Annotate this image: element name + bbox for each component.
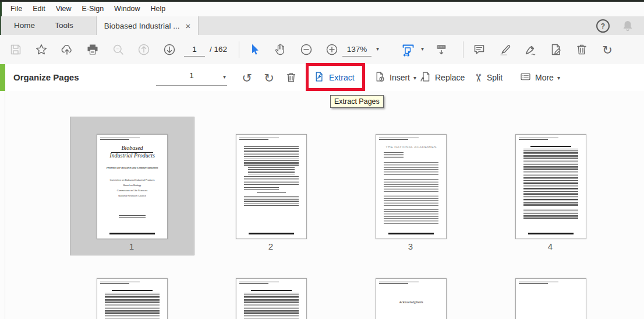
thumb-text-block	[105, 293, 160, 319]
star-icon[interactable]	[31, 39, 52, 60]
thumb-text: Committee on Biobased Industrial Product…	[97, 179, 167, 181]
rotate-ccw-icon: ↺	[242, 72, 252, 84]
thumbnail-page-5[interactable]	[97, 278, 168, 319]
thumbnail-page-7[interactable]: Acknowledgments	[376, 278, 447, 319]
page-header-line	[100, 138, 140, 138]
zoom-level-input[interactable]: 137%	[342, 43, 371, 57]
thumbnail-page-1[interactable]: BiobasedIndustrial ProductsPriorities fo…	[97, 134, 168, 239]
page-up-icon[interactable]	[133, 39, 154, 60]
thumb-text: National Research Council	[97, 195, 167, 197]
menu-item-edit[interactable]: Edit	[27, 2, 51, 16]
sign-icon[interactable]	[520, 39, 541, 60]
chevron-down-icon[interactable]: ▾	[421, 45, 424, 52]
delete-icon[interactable]	[571, 39, 592, 60]
thumbnail-page-3[interactable]: THE NATIONAL ACADEMIES	[376, 134, 447, 239]
menu-item-help[interactable]: Help	[146, 2, 171, 16]
thumb-text-block	[244, 176, 299, 185]
thumbnail-page-8[interactable]	[515, 278, 586, 319]
page-header-line	[519, 282, 558, 282]
rotate-cw-icon: ↻	[264, 72, 274, 84]
insert-label: Insert	[390, 73, 410, 82]
page-header-line	[519, 283, 548, 284]
zoom-in-icon[interactable]	[321, 39, 342, 60]
tab-document[interactable]: Biobased Industrial ... ×	[96, 16, 199, 36]
content-left-edge	[5, 91, 5, 319]
refresh-icon[interactable]: ↻	[597, 39, 618, 60]
page-header-line	[239, 282, 279, 282]
comment-icon[interactable]	[469, 39, 490, 60]
page-header-line	[379, 138, 419, 138]
print-icon[interactable]	[82, 39, 103, 60]
split-label: Split	[487, 73, 503, 82]
close-icon[interactable]: ×	[186, 22, 191, 30]
menu-item-file[interactable]: File	[5, 2, 27, 16]
page-header-line	[379, 282, 419, 282]
thumb-text-block	[244, 204, 299, 207]
cloud-upload-icon[interactable]	[56, 39, 77, 60]
thumb-text-block	[384, 179, 438, 192]
page-range-input[interactable]: 1 ▾	[156, 70, 227, 86]
thumb-text-block	[523, 209, 578, 219]
hand-tool-icon[interactable]	[270, 39, 291, 60]
zoom-out-icon[interactable]	[296, 39, 317, 60]
thumb-text-block	[119, 215, 146, 219]
insert-button[interactable]: Insert ▾	[374, 64, 416, 91]
chevron-down-icon[interactable]: ▾	[376, 45, 379, 52]
page-down-icon[interactable]	[159, 39, 180, 60]
thumb-text-block	[257, 192, 286, 194]
search-icon[interactable]	[108, 39, 129, 60]
replace-label: Replace	[435, 73, 465, 82]
menu-item-esign[interactable]: E-Sign	[77, 2, 109, 16]
thumbnail-page-2[interactable]	[236, 134, 307, 239]
document-tab-label: Biobased Industrial ...	[104, 22, 180, 30]
more-button[interactable]: More ▾	[519, 64, 560, 91]
thumb-title-line	[112, 290, 153, 291]
help-glyph: ?	[601, 22, 605, 30]
tab-tools[interactable]: Tools	[47, 16, 82, 35]
page-header-line	[100, 139, 129, 140]
rotate-left-button[interactable]: ↺	[236, 67, 257, 88]
page-header-line	[239, 139, 268, 140]
tooltip: Extract Pages	[330, 95, 384, 108]
replace-icon	[419, 71, 431, 85]
page-number-input[interactable]: 1	[184, 43, 205, 57]
thumbnail-page-4[interactable]	[515, 134, 586, 239]
select-tool-icon[interactable]	[244, 39, 265, 60]
split-button[interactable]: ✂ Split	[474, 64, 503, 91]
menu-item-view[interactable]: View	[51, 2, 77, 16]
delete-pages-button[interactable]	[281, 67, 302, 88]
thumb-text-block	[244, 196, 299, 202]
rotate-right-button[interactable]: ↻	[259, 67, 279, 88]
menu-item-window[interactable]: Window	[109, 2, 145, 16]
save-icon[interactable]	[5, 39, 26, 60]
thumbnail-page-6[interactable]	[236, 278, 307, 319]
bell-icon[interactable]	[620, 18, 635, 36]
thumb-text: THE NATIONAL ACADEMIES	[359, 145, 463, 149]
thumbnail-number-3: 3	[376, 241, 445, 252]
page-scroll-icon[interactable]	[431, 39, 452, 60]
thumb-text: Acknowledgments	[363, 301, 459, 304]
page-header-line	[100, 283, 129, 284]
toolbar-separator	[239, 41, 239, 58]
fit-width-icon[interactable]	[398, 39, 419, 60]
fill-sign-icon[interactable]	[546, 39, 567, 60]
thumb-text-block	[384, 152, 404, 158]
tab-home[interactable]: Home	[7, 16, 42, 35]
replace-button[interactable]: Replace	[419, 64, 465, 91]
refresh-glyph: ↻	[602, 44, 613, 56]
toolbar-separator	[463, 41, 463, 58]
thumbnail-number-1: 1	[97, 241, 167, 252]
menu-bar: FileEditViewE-SignWindowHelp	[0, 2, 644, 16]
thumbnail-grid: BiobasedIndustrial ProductsPriorities fo…	[0, 91, 644, 319]
page-footer-bar	[109, 233, 155, 234]
highlight-icon[interactable]	[494, 39, 515, 60]
organize-pages-toolbar: Organize Pages 1 ▾ ↺ ↻ Extract Insert ▾ …	[0, 64, 644, 92]
thumb-text-block	[523, 149, 578, 207]
thumb-text: Priorities for Research and Commercializ…	[92, 166, 172, 169]
extract-icon	[313, 71, 325, 85]
thumb-text-block	[384, 209, 438, 225]
help-icon[interactable]: ?	[596, 19, 610, 33]
extract-button[interactable]: Extract	[313, 64, 355, 91]
thumb-text-block	[248, 167, 295, 174]
organize-pages-title: Organize Pages	[13, 64, 79, 91]
